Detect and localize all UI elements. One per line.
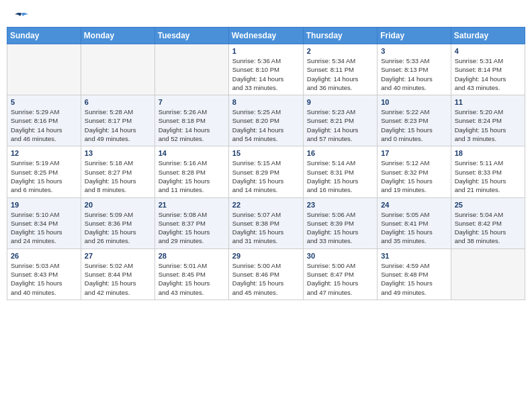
calendar-cell: 26Sunrise: 5:03 AM Sunset: 8:43 PM Dayli…	[7, 248, 81, 300]
weekday-header-friday: Friday	[378, 28, 451, 44]
day-info: Sunrise: 5:34 AM Sunset: 8:11 PM Dayligh…	[307, 56, 373, 92]
calendar-header-row: SundayMondayTuesdayWednesdayThursdayFrid…	[7, 28, 525, 44]
day-number: 16	[307, 149, 373, 157]
day-info: Sunrise: 5:15 AM Sunset: 8:29 PM Dayligh…	[232, 158, 300, 194]
calendar-week-row: 19Sunrise: 5:10 AM Sunset: 8:34 PM Dayli…	[7, 197, 525, 248]
day-number: 19	[11, 201, 77, 209]
page-header	[7, 7, 525, 23]
calendar-cell: 12Sunrise: 5:19 AM Sunset: 8:25 PM Dayli…	[7, 146, 81, 197]
calendar-cell: 20Sunrise: 5:09 AM Sunset: 8:36 PM Dayli…	[81, 197, 154, 248]
day-number: 26	[11, 252, 77, 260]
day-info: Sunrise: 5:18 AM Sunset: 8:27 PM Dayligh…	[85, 158, 151, 194]
day-info: Sunrise: 5:03 AM Sunset: 8:43 PM Dayligh…	[11, 261, 77, 297]
calendar-cell: 13Sunrise: 5:18 AM Sunset: 8:27 PM Dayli…	[81, 146, 154, 197]
day-info: Sunrise: 5:26 AM Sunset: 8:18 PM Dayligh…	[159, 107, 225, 143]
day-info: Sunrise: 5:05 AM Sunset: 8:41 PM Dayligh…	[381, 210, 447, 246]
calendar-cell: 24Sunrise: 5:05 AM Sunset: 8:41 PM Dayli…	[378, 197, 451, 248]
weekday-header-tuesday: Tuesday	[154, 28, 228, 44]
day-info: Sunrise: 5:33 AM Sunset: 8:13 PM Dayligh…	[381, 56, 447, 92]
calendar-cell: 16Sunrise: 5:14 AM Sunset: 8:31 PM Dayli…	[303, 146, 377, 197]
day-info: Sunrise: 5:36 AM Sunset: 8:10 PM Dayligh…	[232, 56, 300, 92]
day-number: 3	[381, 47, 447, 55]
calendar-cell: 27Sunrise: 5:02 AM Sunset: 8:44 PM Dayli…	[81, 248, 154, 300]
day-number: 30	[307, 252, 373, 260]
calendar-cell: 14Sunrise: 5:16 AM Sunset: 8:28 PM Dayli…	[154, 146, 228, 197]
calendar-week-row: 1Sunrise: 5:36 AM Sunset: 8:10 PM Daylig…	[7, 44, 525, 95]
day-number: 6	[85, 98, 151, 106]
day-info: Sunrise: 5:11 AM Sunset: 8:33 PM Dayligh…	[455, 158, 521, 194]
day-info: Sunrise: 5:22 AM Sunset: 8:23 PM Dayligh…	[381, 107, 447, 143]
calendar-cell	[81, 44, 154, 95]
calendar-cell: 19Sunrise: 5:10 AM Sunset: 8:34 PM Dayli…	[7, 197, 81, 248]
day-info: Sunrise: 5:06 AM Sunset: 8:39 PM Dayligh…	[307, 210, 373, 246]
calendar-table: SundayMondayTuesdayWednesdayThursdayFrid…	[7, 27, 525, 300]
day-info: Sunrise: 5:14 AM Sunset: 8:31 PM Dayligh…	[307, 158, 373, 194]
day-number: 13	[85, 149, 151, 157]
day-number: 1	[232, 47, 300, 55]
calendar-cell	[451, 248, 525, 300]
logo-bird-icon	[15, 12, 28, 23]
day-number: 9	[307, 98, 373, 106]
weekday-header-thursday: Thursday	[303, 28, 377, 44]
day-number: 28	[159, 252, 225, 260]
day-info: Sunrise: 5:00 AM Sunset: 8:47 PM Dayligh…	[307, 261, 373, 297]
day-info: Sunrise: 5:04 AM Sunset: 8:42 PM Dayligh…	[455, 210, 521, 246]
day-info: Sunrise: 5:20 AM Sunset: 8:24 PM Dayligh…	[455, 107, 521, 143]
day-number: 23	[307, 201, 373, 209]
calendar-cell: 3Sunrise: 5:33 AM Sunset: 8:13 PM Daylig…	[378, 44, 451, 95]
calendar-cell: 28Sunrise: 5:01 AM Sunset: 8:45 PM Dayli…	[154, 248, 228, 300]
calendar-cell: 22Sunrise: 5:07 AM Sunset: 8:38 PM Dayli…	[228, 197, 303, 248]
day-number: 22	[232, 201, 300, 209]
day-info: Sunrise: 4:59 AM Sunset: 8:48 PM Dayligh…	[381, 261, 447, 297]
day-info: Sunrise: 5:10 AM Sunset: 8:34 PM Dayligh…	[11, 210, 77, 246]
day-info: Sunrise: 5:08 AM Sunset: 8:37 PM Dayligh…	[159, 210, 225, 246]
day-info: Sunrise: 5:02 AM Sunset: 8:44 PM Dayligh…	[85, 261, 151, 297]
calendar-cell: 8Sunrise: 5:25 AM Sunset: 8:20 PM Daylig…	[228, 95, 303, 146]
day-number: 14	[159, 149, 225, 157]
calendar-cell	[154, 44, 228, 95]
calendar-cell: 18Sunrise: 5:11 AM Sunset: 8:33 PM Dayli…	[451, 146, 525, 197]
calendar-cell: 23Sunrise: 5:06 AM Sunset: 8:39 PM Dayli…	[303, 197, 377, 248]
logo	[13, 12, 28, 20]
calendar-cell: 30Sunrise: 5:00 AM Sunset: 8:47 PM Dayli…	[303, 248, 377, 300]
calendar-week-row: 5Sunrise: 5:29 AM Sunset: 8:16 PM Daylig…	[7, 95, 525, 146]
calendar-cell: 7Sunrise: 5:26 AM Sunset: 8:18 PM Daylig…	[154, 95, 228, 146]
day-number: 17	[381, 149, 447, 157]
day-info: Sunrise: 5:31 AM Sunset: 8:14 PM Dayligh…	[455, 56, 521, 92]
calendar-cell: 17Sunrise: 5:12 AM Sunset: 8:32 PM Dayli…	[378, 146, 451, 197]
day-info: Sunrise: 5:16 AM Sunset: 8:28 PM Dayligh…	[159, 158, 225, 194]
day-info: Sunrise: 5:29 AM Sunset: 8:16 PM Dayligh…	[11, 107, 77, 143]
day-number: 25	[455, 201, 521, 209]
day-info: Sunrise: 5:12 AM Sunset: 8:32 PM Dayligh…	[381, 158, 447, 194]
calendar-cell: 4Sunrise: 5:31 AM Sunset: 8:14 PM Daylig…	[451, 44, 525, 95]
calendar-cell: 6Sunrise: 5:28 AM Sunset: 8:17 PM Daylig…	[81, 95, 154, 146]
weekday-header-saturday: Saturday	[451, 28, 525, 44]
calendar-cell: 10Sunrise: 5:22 AM Sunset: 8:23 PM Dayli…	[378, 95, 451, 146]
day-number: 20	[85, 201, 151, 209]
day-number: 11	[455, 98, 521, 106]
day-number: 24	[381, 201, 447, 209]
calendar-cell: 5Sunrise: 5:29 AM Sunset: 8:16 PM Daylig…	[7, 95, 81, 146]
day-info: Sunrise: 5:00 AM Sunset: 8:46 PM Dayligh…	[232, 261, 300, 297]
day-info: Sunrise: 5:23 AM Sunset: 8:21 PM Dayligh…	[307, 107, 373, 143]
day-number: 27	[85, 252, 151, 260]
day-info: Sunrise: 5:01 AM Sunset: 8:45 PM Dayligh…	[159, 261, 225, 297]
calendar-cell: 25Sunrise: 5:04 AM Sunset: 8:42 PM Dayli…	[451, 197, 525, 248]
calendar-cell: 1Sunrise: 5:36 AM Sunset: 8:10 PM Daylig…	[228, 44, 303, 95]
day-number: 18	[455, 149, 521, 157]
calendar-week-row: 12Sunrise: 5:19 AM Sunset: 8:25 PM Dayli…	[7, 146, 525, 197]
day-info: Sunrise: 5:28 AM Sunset: 8:17 PM Dayligh…	[85, 107, 151, 143]
day-number: 4	[455, 47, 521, 55]
day-number: 21	[159, 201, 225, 209]
weekday-header-monday: Monday	[81, 28, 154, 44]
day-number: 29	[232, 252, 300, 260]
day-number: 7	[159, 98, 225, 106]
calendar-cell: 15Sunrise: 5:15 AM Sunset: 8:29 PM Dayli…	[228, 146, 303, 197]
calendar-week-row: 26Sunrise: 5:03 AM Sunset: 8:43 PM Dayli…	[7, 248, 525, 300]
day-number: 12	[11, 149, 77, 157]
weekday-header-wednesday: Wednesday	[228, 28, 303, 44]
calendar-cell: 11Sunrise: 5:20 AM Sunset: 8:24 PM Dayli…	[451, 95, 525, 146]
day-info: Sunrise: 5:19 AM Sunset: 8:25 PM Dayligh…	[11, 158, 77, 194]
day-info: Sunrise: 5:09 AM Sunset: 8:36 PM Dayligh…	[85, 210, 151, 246]
day-number: 2	[307, 47, 373, 55]
